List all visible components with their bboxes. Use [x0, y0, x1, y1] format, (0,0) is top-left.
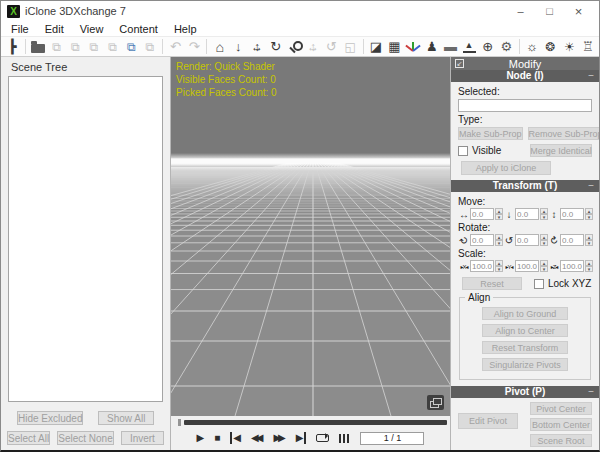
- scale-tool-button[interactable]: ◱: [341, 37, 360, 56]
- background-color-button[interactable]: ◪: [367, 37, 386, 56]
- select-none-button[interactable]: Select None: [57, 431, 113, 445]
- timeline: [171, 416, 450, 428]
- stop-button[interactable]: ■: [214, 432, 220, 444]
- restore-view-icon[interactable]: [427, 395, 444, 410]
- redo-button[interactable]: ↷: [185, 37, 204, 56]
- menu-help[interactable]: Help: [166, 23, 205, 35]
- rotate-tool-button[interactable]: ↺: [322, 37, 341, 56]
- spinner-down-icon[interactable]: ▾: [540, 214, 548, 220]
- rotate-z-input[interactable]: [560, 234, 584, 246]
- refresh-content-button[interactable]: ⧉: [140, 37, 159, 56]
- move-tool-button[interactable]: ↔↕: [304, 37, 323, 56]
- section-header-pivot[interactable]: Pivot (P) −: [451, 386, 599, 398]
- singularize-pivots-button[interactable]: Singularize Pivots: [482, 358, 568, 371]
- invert-button[interactable]: Invert: [121, 431, 164, 445]
- move-y-input[interactable]: [515, 208, 539, 220]
- image-plane-button[interactable]: ▬: [441, 37, 460, 56]
- reset-button[interactable]: Reset: [462, 277, 522, 290]
- rotate-y-input[interactable]: [515, 234, 539, 246]
- align-to-ground-button[interactable]: Align to Ground: [482, 307, 568, 320]
- move-z-input[interactable]: [560, 208, 584, 220]
- home-view-button[interactable]: ⌂: [210, 37, 229, 56]
- spinner-down-icon[interactable]: ▾: [585, 240, 593, 246]
- play-button[interactable]: ▶: [197, 432, 205, 444]
- export-file-button[interactable]: ⧉: [47, 37, 66, 56]
- loop-button[interactable]: [316, 434, 329, 442]
- minimize-button[interactable]: –: [506, 1, 535, 21]
- turtle-display-button[interactable]: ⚙: [497, 37, 516, 56]
- scale-z-input[interactable]: [560, 260, 584, 272]
- spinner-down-icon[interactable]: ▾: [585, 266, 593, 272]
- undock-icon[interactable]: ↙: [455, 59, 464, 68]
- menu-file[interactable]: File: [3, 23, 37, 35]
- scale-y-input[interactable]: [515, 260, 539, 272]
- scene-root-button[interactable]: Scene Root: [530, 434, 592, 447]
- spinner-down-icon[interactable]: ▾: [495, 266, 503, 272]
- section-header-transform[interactable]: Transform (T) −: [451, 180, 599, 192]
- scene-tree-list[interactable]: [8, 76, 163, 402]
- previous-frame-button[interactable]: ◀◀: [251, 432, 263, 444]
- lock-xyz-checkbox[interactable]: [534, 279, 544, 289]
- apply-to-iclone-button[interactable]: Apply to iClone: [461, 161, 551, 175]
- next-frame-button[interactable]: ▶▶: [273, 432, 285, 444]
- collapse-icon[interactable]: −: [588, 70, 594, 82]
- menu-edit[interactable]: Edit: [37, 23, 72, 35]
- orbit-camera-button[interactable]: ↻: [266, 37, 285, 56]
- pan-camera-button[interactable]: ↔↕: [248, 37, 267, 56]
- section-header-node[interactable]: Node (I) −: [451, 70, 599, 82]
- spinner-down-icon[interactable]: ▾: [585, 214, 593, 220]
- visible-checkbox[interactable]: [458, 146, 468, 156]
- merge-identical-button[interactable]: Merge Identical: [530, 144, 592, 157]
- scale-x-input[interactable]: [470, 260, 494, 272]
- selected-label: Selected:: [458, 86, 592, 97]
- axis-gizmo-button[interactable]: [404, 37, 423, 56]
- grid-toggle-button[interactable]: ▦: [385, 37, 404, 56]
- close-button[interactable]: ×: [564, 1, 593, 21]
- zoom-camera-button[interactable]: [285, 37, 304, 56]
- first-frame-button[interactable]: ◀: [230, 432, 241, 444]
- export-obj-button[interactable]: ⧉: [85, 37, 104, 56]
- world-axis-button[interactable]: ⊕: [478, 37, 497, 56]
- hide-excluded-button[interactable]: Hide Excluded: [17, 411, 83, 425]
- make-sub-prop-button[interactable]: Make Sub-Prop: [458, 127, 523, 140]
- point-light-button[interactable]: ☼: [523, 37, 542, 56]
- viewport-3d[interactable]: Render: Quick Shader Visible Faces Count…: [171, 57, 450, 416]
- selected-node-input[interactable]: [458, 99, 592, 112]
- select-all-button[interactable]: Select All: [7, 431, 50, 445]
- pivot-display-button[interactable]: ▲: [460, 37, 479, 56]
- export-fbx-button[interactable]: ⧉: [66, 37, 85, 56]
- spot-light-button[interactable]: ❂: [541, 37, 560, 56]
- timeline-handle[interactable]: [178, 419, 181, 426]
- frame-rate-button[interactable]: [339, 434, 349, 443]
- collapse-icon[interactable]: −: [588, 180, 594, 192]
- menu-content[interactable]: Content: [111, 23, 166, 35]
- remove-sub-prop-button[interactable]: Remove Sub-Prop: [528, 127, 599, 140]
- export-character-button[interactable]: ⧉: [103, 37, 122, 56]
- spinner-down-icon[interactable]: ▾: [495, 240, 503, 246]
- directional-light-button[interactable]: ☀: [560, 37, 579, 56]
- scene-tree-toggle-button[interactable]: ┣: [3, 37, 22, 56]
- align-to-center-button[interactable]: Align to Center: [482, 324, 568, 337]
- collapse-icon[interactable]: −: [588, 386, 594, 398]
- undo-button[interactable]: ↶: [166, 37, 185, 56]
- move-x-input[interactable]: [470, 208, 494, 220]
- show-all-button[interactable]: Show All: [98, 411, 154, 425]
- frame-counter[interactable]: 1 / 1: [360, 432, 424, 445]
- rotate-x-input[interactable]: [470, 234, 494, 246]
- bottom-center-button[interactable]: Bottom Center: [530, 418, 592, 431]
- last-frame-button[interactable]: ▶: [296, 432, 307, 444]
- timeline-track[interactable]: [184, 420, 447, 425]
- rotate-y-field: ↺▴▾: [503, 234, 548, 246]
- pivot-center-button[interactable]: Pivot Center: [530, 402, 592, 415]
- fit-view-button[interactable]: ↓: [229, 37, 248, 56]
- content-manager-button[interactable]: ⧉: [122, 37, 141, 56]
- open-file-button[interactable]: [29, 37, 48, 56]
- spinner-down-icon[interactable]: ▾: [540, 266, 548, 272]
- menu-view[interactable]: View: [72, 23, 112, 35]
- maximize-button[interactable]: □: [535, 1, 564, 21]
- spinner-down-icon[interactable]: ▾: [495, 214, 503, 220]
- reset-transform-button[interactable]: Reset Transform: [482, 341, 568, 354]
- stage-building-button[interactable]: ♖: [579, 37, 598, 56]
- edit-pivot-button[interactable]: Edit Pivot: [458, 413, 518, 429]
- character-display-button[interactable]: ♟: [422, 37, 441, 56]
